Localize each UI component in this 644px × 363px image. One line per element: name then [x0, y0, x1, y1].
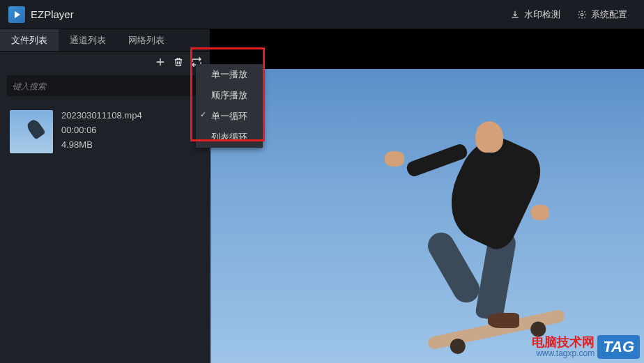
watermark-overlay: 电脑技术网 www.tagxp.com TAG	[532, 335, 640, 359]
download-icon	[510, 10, 520, 20]
titlebar: EZPlayer 水印检测 系统配置	[0, 0, 644, 29]
file-list-item[interactable]: 202303011108.mp4 00:00:06 4.98MB	[0, 103, 210, 160]
sidebar: 文件列表 通道列表 网络列表 202303011108.mp4 00:00:06…	[0, 29, 210, 363]
main-area: 文件列表 通道列表 网络列表 202303011108.mp4 00:00:06…	[0, 29, 644, 363]
video-frame	[210, 69, 644, 363]
gear-icon	[577, 10, 587, 20]
plus-icon	[155, 56, 166, 68]
menu-item-sequential-play[interactable]: 顺序播放	[196, 85, 263, 106]
tab-file-list[interactable]: 文件列表	[0, 29, 59, 51]
system-settings-button[interactable]: 系统配置	[569, 4, 636, 25]
app-title: EZPlayer	[31, 8, 74, 20]
search-box[interactable]	[7, 75, 203, 96]
tab-channel-list[interactable]: 通道列表	[59, 29, 117, 51]
loop-mode-menu: 单一播放 顺序播放 单一循环 列表循环	[196, 64, 263, 148]
trash-icon	[173, 56, 184, 68]
watermark-line1: 电脑技术网	[532, 336, 595, 350]
file-name: 202303011108.mp4	[61, 110, 142, 121]
video-viewport[interactable]: 电脑技术网 www.tagxp.com TAG	[210, 29, 644, 363]
add-button[interactable]	[154, 56, 167, 68]
file-duration: 00:00:06	[61, 125, 142, 135]
delete-button[interactable]	[172, 56, 185, 68]
watermark-tag: TAG	[597, 335, 640, 359]
sidebar-tabs: 文件列表 通道列表 网络列表	[0, 29, 210, 52]
tab-network-list[interactable]: 网络列表	[117, 29, 176, 51]
svg-point-0	[581, 13, 583, 16]
sidebar-toolbar	[0, 52, 210, 72]
watermark-detect-button[interactable]: 水印检测	[502, 4, 569, 25]
search-input[interactable]	[13, 82, 197, 91]
menu-item-single-loop[interactable]: 单一循环	[196, 106, 263, 127]
file-size: 4.98MB	[61, 139, 142, 150]
system-settings-label: 系统配置	[591, 8, 627, 21]
app-logo	[8, 6, 25, 23]
video-content-skater	[336, 104, 601, 363]
watermark-line2: www.tagxp.com	[536, 349, 595, 358]
menu-item-single-play[interactable]: 单一播放	[196, 64, 263, 85]
file-thumbnail	[10, 110, 53, 153]
watermark-detect-label: 水印检测	[524, 8, 560, 21]
menu-item-list-loop[interactable]: 列表循环	[196, 127, 263, 148]
file-meta: 202303011108.mp4 00:00:06 4.98MB	[61, 110, 142, 153]
